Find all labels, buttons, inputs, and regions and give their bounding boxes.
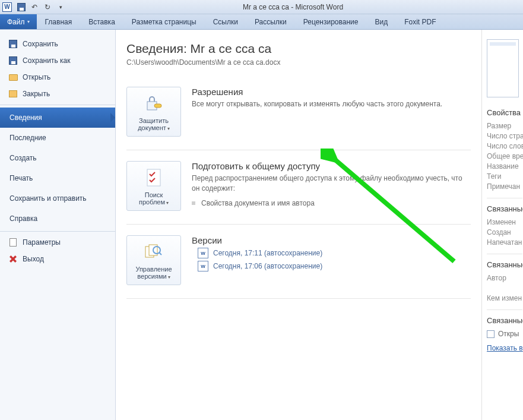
prop-tags: Теги	[487, 172, 523, 181]
nav-print[interactable]: Печать	[0, 168, 115, 188]
related-docs-heading: Связанные	[487, 316, 523, 325]
tab-file[interactable]: Файл	[0, 14, 37, 29]
bullet-item: Свойства документа и имя автора	[192, 199, 471, 207]
options-icon	[8, 238, 18, 247]
versions-icon	[144, 242, 164, 262]
exit-icon	[8, 254, 18, 264]
nav-exit[interactable]: Выход	[0, 251, 115, 267]
backstage: Сохранить Сохранить как Открыть Закрыть …	[0, 30, 523, 420]
svg-line-6	[159, 252, 161, 255]
svg-rect-1	[154, 104, 161, 108]
document-thumbnail[interactable]	[487, 39, 519, 97]
button-label: Защитить документ	[131, 117, 177, 131]
checkbox-label: Откры	[498, 330, 519, 338]
info-content: Сведения: Mr a ce cca ca C:\Users\woodh\…	[116, 30, 481, 420]
redo-icon[interactable]: ↻	[43, 2, 52, 12]
button-label: Управление версиями	[131, 266, 177, 280]
close-folder-icon	[8, 89, 18, 99]
nav-save[interactable]: Сохранить	[0, 36, 115, 52]
nav-separator	[0, 231, 115, 232]
title-bar: W ↶ ↻ ▾ Mr a ce cca ca - Microsoft Word	[0, 0, 523, 14]
prop-size: Размер	[487, 122, 523, 130]
prop-comments: Примечан	[487, 182, 523, 191]
section-title: Разрешения	[192, 87, 471, 97]
nav-help[interactable]: Справка	[0, 209, 115, 229]
tab-view[interactable]: Вид	[366, 14, 396, 29]
prop-edit-time: Общее вре	[487, 152, 523, 160]
tab-mailings[interactable]: Рассылки	[246, 14, 295, 29]
quick-access-toolbar: ↶ ↻ ▾	[17, 2, 65, 12]
tab-references[interactable]: Ссылки	[205, 14, 246, 29]
info-path: C:\Users\woodh\Documents\Mr a ce cca ca.…	[126, 58, 471, 67]
undo-icon[interactable]: ↶	[30, 2, 39, 12]
info-title: Сведения: Mr a ce cca ca	[126, 42, 471, 56]
nav-label: Параметры	[23, 238, 61, 247]
word-app-icon[interactable]: W	[2, 2, 12, 12]
nav-open[interactable]: Открыть	[0, 69, 115, 86]
svg-rect-2	[147, 169, 160, 186]
versions-section: Управление версиями Версии W Сегодня, 17…	[126, 229, 471, 299]
nav-save-as[interactable]: Сохранить как	[0, 52, 115, 69]
manage-versions-button[interactable]: Управление версиями	[126, 235, 181, 285]
prop-created: Создан	[487, 228, 523, 236]
save-icon[interactable]	[17, 2, 26, 12]
nav-close[interactable]: Закрыть	[0, 86, 115, 102]
nav-label: Сохранить как	[23, 56, 70, 65]
open-file-location[interactable]: Откры	[487, 330, 523, 338]
nav-label: Открыть	[23, 73, 50, 81]
lock-key-icon	[144, 93, 164, 113]
version-item[interactable]: W Сегодня, 17:11 (автосохранение)	[198, 248, 471, 258]
prepare-section: Поиск проблем Подготовить к общему досту…	[126, 155, 471, 225]
prop-printed: Напечатан	[487, 238, 523, 247]
prop-title: Название	[487, 162, 523, 170]
properties-heading[interactable]: Свойства ▾	[487, 108, 523, 117]
nav-label: Сохранить	[23, 40, 58, 48]
properties-panel: Свойства ▾ Размер Число стра Число слов …	[481, 30, 523, 420]
nav-recent[interactable]: Последние	[0, 128, 115, 148]
prop-author: Автор	[487, 274, 523, 282]
related-people-heading: Связанные	[487, 260, 523, 269]
save-as-icon	[8, 56, 18, 65]
version-item[interactable]: W Сегодня, 17:06 (автосохранение)	[198, 261, 471, 271]
section-text: Перед распространением общего доступа к …	[192, 173, 471, 194]
nav-new[interactable]: Создать	[0, 148, 115, 168]
prop-modified: Изменен	[487, 218, 523, 226]
separator	[487, 310, 522, 310]
section-title: Версии	[192, 235, 471, 245]
version-label: Сегодня, 17:11 (автосохранение)	[213, 249, 322, 257]
tab-home[interactable]: Главная	[37, 14, 81, 29]
folder-open-icon	[8, 72, 18, 82]
tab-layout[interactable]: Разметка страницы	[123, 14, 205, 29]
nav-options[interactable]: Параметры	[0, 234, 115, 251]
button-label: Поиск проблем	[131, 191, 177, 206]
save-icon	[8, 39, 18, 49]
separator	[487, 198, 522, 198]
protect-document-button[interactable]: Защитить документ	[126, 87, 181, 137]
check-issues-button[interactable]: Поиск проблем	[126, 161, 181, 211]
qat-dropdown-icon[interactable]: ▾	[56, 2, 65, 12]
tab-insert[interactable]: Вставка	[80, 14, 123, 29]
prop-words: Число слов	[487, 142, 523, 150]
tab-foxit[interactable]: Foxit PDF	[396, 14, 444, 29]
checkbox-icon	[487, 330, 495, 338]
permissions-section: Защитить документ Разрешения Все могут о…	[126, 81, 471, 150]
nav-save-send[interactable]: Сохранить и отправить	[0, 188, 115, 209]
nav-info[interactable]: Сведения	[0, 108, 115, 128]
nav-label: Выход	[23, 255, 44, 263]
word-doc-icon: W	[198, 261, 208, 271]
section-title: Подготовить к общему доступу	[192, 161, 471, 171]
window-title: Mr a ce cca ca - Microsoft Word	[65, 3, 521, 11]
tab-review[interactable]: Рецензирование	[295, 14, 367, 29]
backstage-nav: Сохранить Сохранить как Открыть Закрыть …	[0, 30, 116, 420]
word-doc-icon: W	[198, 248, 208, 258]
version-label: Сегодня, 17:06 (автосохранение)	[213, 262, 322, 270]
related-dates-heading: Связанные	[487, 204, 523, 213]
prop-pages: Число стра	[487, 132, 523, 140]
nav-separator	[0, 105, 115, 105]
ribbon-tabs: Файл Главная Вставка Разметка страницы С…	[0, 14, 523, 30]
nav-label: Закрыть	[23, 90, 50, 98]
show-all-properties-link[interactable]: Показать в	[487, 344, 523, 352]
prop-last-modified-by: Кем измен	[487, 294, 523, 302]
separator	[487, 254, 522, 254]
checklist-icon	[144, 168, 164, 188]
